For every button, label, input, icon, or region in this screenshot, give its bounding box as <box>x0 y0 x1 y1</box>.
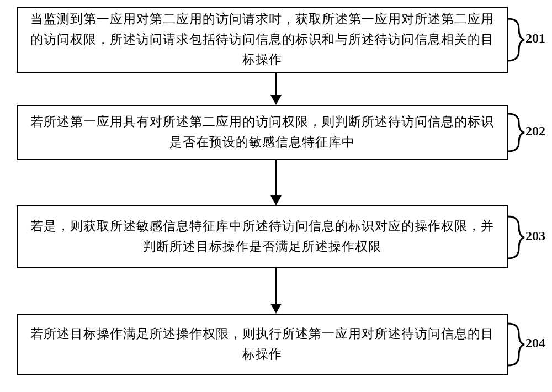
flow-step-203: 若是，则获取所述敏感信息特征库中所述待访问信息的标识对应的操作权限，并判断所述目… <box>17 205 508 268</box>
brace-connector <box>507 322 524 367</box>
flow-arrow <box>267 73 285 108</box>
flow-step-201: 当监测到第一应用对第二应用的访问请求时，获取所述第一应用对所述第二应用的访问权限… <box>17 7 508 73</box>
flow-step-number: 203 <box>526 229 545 243</box>
flow-step-204: 若所述目标操作满足所述操作权限，则执行所述第一应用对所述待访问信息的目标操作 <box>17 314 508 375</box>
flow-step-number: 201 <box>526 31 545 46</box>
flow-step-text: 若所述目标操作满足所述操作权限，则执行所述第一应用对所述待访问信息的目标操作 <box>28 324 497 365</box>
brace-connector <box>507 113 524 152</box>
svg-marker-1 <box>270 95 282 105</box>
flow-step-number: 204 <box>526 336 545 351</box>
flow-step-text: 若是，则获取所述敏感信息特征库中所述待访问信息的标识对应的操作权限，并判断所述目… <box>28 216 497 257</box>
brace-connector <box>507 215 524 259</box>
flow-arrow <box>267 160 285 209</box>
flow-step-text: 若所述第一应用具有对所述第二应用的访问权限，则判断所述待访问信息的标识是否在预设… <box>28 112 497 153</box>
flow-step-text: 当监测到第一应用对第二应用的访问请求时，获取所述第一应用对所述第二应用的访问权限… <box>28 9 497 70</box>
flow-step-number: 202 <box>526 124 545 139</box>
flow-arrow <box>267 268 285 317</box>
flowchart-canvas: 当监测到第一应用对第二应用的访问请求时，获取所述第一应用对所述第二应用的访问权限… <box>0 0 552 392</box>
brace-connector <box>507 18 524 62</box>
flow-step-202: 若所述第一应用具有对所述第二应用的访问权限，则判断所述待访问信息的标识是否在预设… <box>17 105 508 160</box>
svg-marker-5 <box>270 304 282 314</box>
svg-marker-3 <box>270 195 282 205</box>
